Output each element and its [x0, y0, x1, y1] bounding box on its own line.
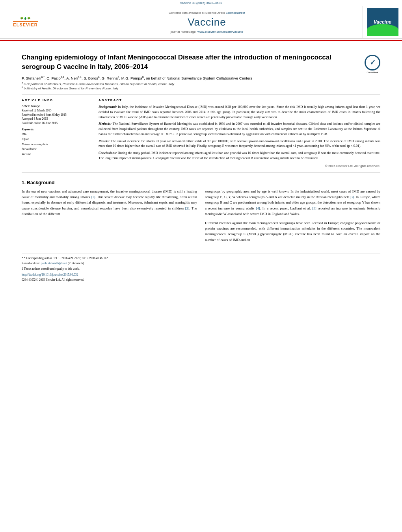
affiliation-b: b b Ministry of Health, Directorate Gene…: [22, 86, 380, 90]
article-info-abstract: ARTICLE INFO Article history: Received 1…: [22, 98, 380, 169]
history-label: Article history:: [22, 104, 91, 108]
ref-5: [5]: [312, 206, 316, 210]
homepage-line: journal homepage: www.elsevier.com/locat…: [171, 30, 244, 33]
section1-title: Background: [27, 180, 54, 185]
divider-1: [22, 94, 380, 95]
background-label: Background:: [99, 105, 118, 109]
footnote-doi-text[interactable]: http://dx.doi.org/10.1016/j.vaccine.2015…: [22, 273, 78, 276]
footnote-issn: 0264-410X/© 2015 Elsevier Ltd. All right…: [22, 278, 380, 282]
section1-body: In the era of new vaccines and advanced …: [22, 189, 380, 246]
vaccine-journal-title: Vaccine: [188, 16, 226, 28]
vaccine-logo-text: Vaccine: [374, 19, 391, 25]
section1-para3: Different vaccines against the main meni…: [205, 220, 380, 243]
results-text: The annual incidence for infants <1 year…: [99, 139, 380, 148]
online-date: Available online 16 June 2015: [22, 121, 91, 126]
journal-top-bar: 🌳🌲🌳 ELSEVIER Contents lists available at…: [0, 6, 402, 39]
affiliation-a: a a Department of Infectious, Parasitic …: [22, 82, 380, 86]
ref-2: [2]: [185, 206, 190, 210]
article-title-section: Changing epidemiology of Infant Meningoc…: [22, 53, 380, 72]
footnote-section: * * Corresponding author. Tel.: +39 06 4…: [22, 254, 380, 282]
ref-1: [1]: [91, 195, 95, 199]
results-label: Results:: [99, 139, 111, 143]
conclusions-label: Conclusions:: [99, 151, 118, 155]
section1-col2: serogroups by geographic area and by age…: [205, 189, 380, 246]
abstract-methods: Methods: The National Surveillance Syste…: [99, 121, 380, 136]
keyword-imd: IMD: [22, 132, 91, 137]
section1-heading: 1. Background: [22, 180, 380, 185]
abstract-results: Results: The annual incidence for infant…: [99, 139, 380, 149]
footnote-equal: 1 These authors contributed equally to t…: [22, 267, 380, 271]
footnote-equal-text: 1 These authors contributed equally to t…: [22, 267, 80, 271]
accepted-date: Accepted 4 June 2015: [22, 117, 91, 121]
ref-4: [4]: [256, 206, 260, 210]
article-info-col: ARTICLE INFO Article history: Received 1…: [22, 98, 91, 169]
abstract-conclusions: Conclusions: During the study period, IM…: [99, 150, 380, 161]
sciencedirect-text: Contents lists available at ScienceDirec…: [169, 11, 225, 15]
authors-line: P. Stefanellia,*, C. Fazioa,1, A. Neria,…: [22, 76, 380, 80]
abstract-col: ABSTRACT Background: In Italy, the incid…: [99, 98, 380, 169]
conclusions-text: During the study period, IMD incidence r…: [99, 151, 380, 160]
vaccine-logo-box: Vaccine: [363, 6, 402, 38]
sciencedirect-line: Contents lists available at ScienceDirec…: [169, 11, 245, 15]
revised-date: Received in revised form 6 May 2015: [22, 113, 91, 117]
keyword-vaccine: Vaccine: [22, 152, 91, 157]
homepage-text: journal homepage:: [171, 30, 198, 33]
keyword-infant: Infant: [22, 137, 91, 142]
copyright-line: © 2015 Elsevier Ltd. All rights reserved…: [99, 164, 380, 169]
journal-center: Contents lists available at ScienceDirec…: [51, 6, 363, 38]
article-info-label: ARTICLE INFO: [22, 98, 91, 102]
footnote-email-name: (P. Stefanelli).: [68, 261, 85, 265]
crossmark-label: CrossMark: [365, 71, 380, 74]
abstract-text: Background: In Italy, the incidence of I…: [99, 104, 380, 169]
received-date: Received 12 March 2015: [22, 109, 91, 113]
background-text: In Italy, the incidence of Invasive Meni…: [99, 105, 380, 119]
keyword-surveillance: Surveillance: [22, 147, 91, 152]
abstract-background: Background: In Italy, the incidence of I…: [99, 104, 380, 119]
crossmark-badge: ✓ CrossMark: [365, 55, 380, 70]
journal-header: Vaccine 33 (2015) 3678–3681 🌳🌲🌳 ELSEVIER…: [0, 0, 402, 41]
ref-3: [3]: [350, 195, 354, 199]
article-title: Changing epidemiology of Infant Meningoc…: [22, 53, 359, 72]
keyword-neisseria: Neisseria meningitidis: [22, 142, 91, 147]
article-number: Vaccine 33 (2015) 3678–3681: [0, 0, 402, 6]
footnote-email: E-mail address: paola.stefanelli@iss.it …: [22, 261, 380, 265]
methods-text: The National Surveillance System of Bact…: [99, 122, 380, 136]
section1-para1: In the era of new vaccines and advanced …: [22, 189, 197, 217]
divider-2: [22, 172, 380, 173]
footnote-corresponding: * * Corresponding author. Tel.: +39 06 4…: [22, 256, 380, 260]
footnote-corresponding-text: * Corresponding author. Tel.: +39 06 499…: [24, 256, 109, 260]
homepage-link[interactable]: www.elsevier.com/locate/vaccine: [197, 30, 244, 33]
methods-label: Methods:: [99, 122, 113, 126]
footnote-doi: http://dx.doi.org/10.1016/j.vaccine.2015…: [22, 272, 380, 277]
sciencedirect-link[interactable]: ScienceDirect: [226, 11, 245, 15]
elsevier-logo-box: 🌳🌲🌳 ELSEVIER: [0, 6, 51, 38]
elsevier-logo-tree-icon: 🌳🌲🌳: [20, 17, 31, 20]
keywords-list: IMD Infant Neisseria meningitidis Survei…: [22, 132, 91, 157]
footnote-email-label: E-mail address:: [22, 261, 40, 265]
section1-col1: In the era of new vaccines and advanced …: [22, 189, 197, 246]
vaccine-logo-image: Vaccine: [367, 8, 398, 36]
crossmark-icon: ✓: [365, 55, 380, 70]
elsevier-brand: ELSEVIER: [13, 21, 37, 27]
page: Vaccine 33 (2015) 3678–3681 🌳🌲🌳 ELSEVIER…: [0, 0, 402, 532]
keywords-label: Keywords:: [22, 128, 91, 131]
abstract-label: ABSTRACT: [99, 98, 380, 102]
section1-para2: serogroups by geographic area and by age…: [205, 189, 380, 217]
footnote-email-address[interactable]: paola.stefanelli@iss.it: [41, 261, 67, 265]
article-body: Changing epidemiology of Infant Meningoc…: [0, 41, 402, 291]
footnote-issn-text: 0264-410X/© 2015 Elsevier Ltd. All right…: [22, 278, 84, 282]
section1-number: 1.: [22, 180, 26, 185]
